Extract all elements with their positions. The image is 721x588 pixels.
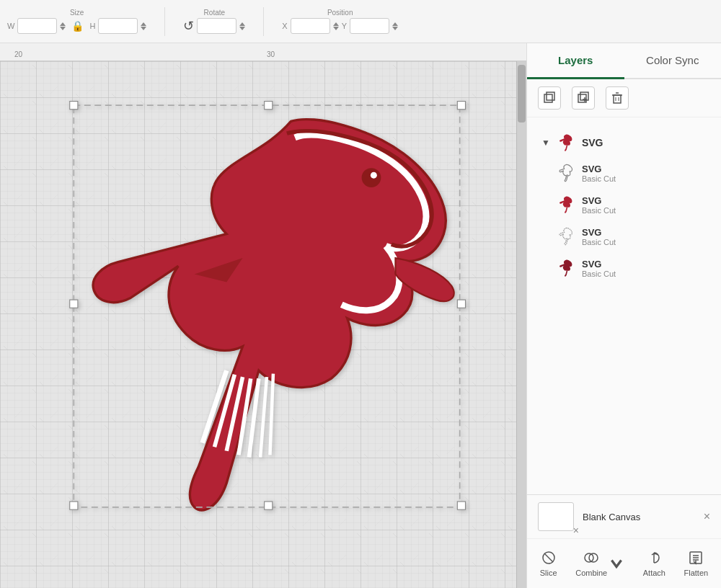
- svg-line-5: [260, 377, 267, 458]
- canvas-work[interactable]: [0, 61, 516, 588]
- layer-item-sub-3: Basic Cut: [582, 238, 616, 246]
- canvas-area[interactable]: 20 30: [0, 43, 526, 588]
- x-input[interactable]: [291, 18, 330, 34]
- layer-item-name-3: SVG: [582, 227, 616, 238]
- main-toolbar: Size W 🔒 H Rotate ↺: [0, 0, 721, 43]
- layer-item[interactable]: SVG Basic Cut: [552, 157, 710, 189]
- svg-rect-12: [457, 102, 465, 110]
- attach-button[interactable]: Attach: [637, 546, 671, 581]
- add-layer-button[interactable]: [572, 86, 595, 110]
- layer-thumb-4: [556, 258, 576, 278]
- rotate-group: Rotate ↺: [183, 9, 245, 34]
- layer-item-info-4: SVG Basic Cut: [582, 259, 616, 278]
- divider-2: [263, 7, 264, 36]
- layer-item-sub-2: Basic Cut: [582, 206, 616, 215]
- group-name: SVG: [582, 137, 603, 148]
- slice-label: Slice: [540, 569, 557, 577]
- height-stepper[interactable]: [141, 22, 146, 30]
- svg-point-7: [362, 168, 381, 187]
- size-group: Size W 🔒 H: [7, 9, 146, 34]
- y-stepper[interactable]: [392, 22, 398, 30]
- duplicate-icon: [543, 92, 556, 104]
- delete-icon: [611, 92, 624, 104]
- add-icon: [577, 92, 590, 104]
- scroll-thumb[interactable]: [518, 65, 526, 122]
- y-label: Y: [342, 22, 347, 30]
- layer-thumb-2: [556, 195, 576, 215]
- layer-item-name-2: SVG: [582, 195, 616, 206]
- blank-canvas-row: Blank Canvas ×: [527, 495, 721, 539]
- layer-item-info-3: SVG Basic Cut: [582, 227, 616, 246]
- x-stepper[interactable]: [333, 22, 339, 30]
- width-input[interactable]: [17, 18, 57, 34]
- attach-icon: [646, 550, 662, 566]
- size-label: Size: [70, 9, 84, 17]
- x-label: X: [282, 22, 287, 30]
- falcon-svg: [58, 97, 476, 515]
- flatten-button[interactable]: Flatten: [678, 546, 715, 581]
- combine-dropdown-arrow: [609, 556, 624, 571]
- slice-icon: [541, 550, 557, 566]
- flatten-icon: [688, 550, 704, 566]
- height-input[interactable]: [98, 18, 138, 34]
- flatten-label: Flatten: [684, 569, 709, 577]
- combine-button[interactable]: Combine: [570, 546, 630, 581]
- rotate-icon[interactable]: ↺: [183, 18, 194, 34]
- layer-item-name-4: SVG: [582, 259, 616, 270]
- svg-rect-10: [70, 102, 78, 110]
- falcon-logo-container[interactable]: [58, 97, 476, 515]
- position-label: Position: [327, 9, 353, 17]
- svg-line-6: [270, 374, 273, 455]
- layer-items: SVG Basic Cut SVG Basic C: [552, 157, 710, 284]
- chevron-down-icon: ▼: [541, 138, 550, 148]
- rotate-stepper[interactable]: [239, 22, 245, 30]
- layer-group-svg: ▼ SVG: [527, 125, 721, 288]
- layer-item-sub-4: Basic Cut: [582, 270, 616, 278]
- ruler-mark-30: 30: [267, 50, 275, 58]
- slice-button[interactable]: Slice: [534, 546, 563, 581]
- layers-list: ▼ SVG: [527, 117, 721, 494]
- layer-group-header[interactable]: ▼ SVG: [538, 128, 710, 157]
- panel-tabs: Layers Color Sync: [527, 43, 721, 79]
- tab-layers[interactable]: Layers: [527, 43, 624, 79]
- bottom-panel: Blank Canvas × Slice: [527, 494, 721, 588]
- combine-label: Combine: [575, 569, 607, 577]
- right-panel: Layers Color Sync: [526, 43, 721, 588]
- group-thumbnail: [556, 133, 576, 153]
- svg-rect-17: [457, 502, 465, 509]
- rotate-input[interactable]: [197, 18, 236, 34]
- layer-item-info-1: SVG Basic Cut: [582, 164, 616, 183]
- vertical-scrollbar[interactable]: [516, 61, 526, 588]
- w-label: W: [7, 22, 14, 30]
- h-label: H: [89, 22, 95, 30]
- rotate-label: Rotate: [204, 9, 225, 17]
- group-thumb-svg: [557, 133, 575, 152]
- panel-toolbar: [527, 79, 721, 117]
- delete-layer-button[interactable]: [606, 86, 629, 110]
- layer-thumb-1: [556, 163, 576, 183]
- svg-rect-16: [265, 502, 273, 509]
- duplicate-button[interactable]: [538, 86, 561, 110]
- svg-point-8: [371, 172, 377, 179]
- layer-item[interactable]: SVG Basic Cut: [552, 220, 710, 252]
- svg-rect-13: [70, 300, 78, 308]
- layer-item-sub-1: Basic Cut: [582, 174, 616, 183]
- y-input[interactable]: [350, 18, 389, 34]
- width-stepper[interactable]: [60, 22, 66, 30]
- close-blank-canvas-icon[interactable]: ×: [704, 510, 710, 523]
- bottom-actions: Slice Combine: [527, 539, 721, 588]
- combine-icon: [583, 550, 599, 566]
- layer-item[interactable]: SVG Basic Cut: [552, 189, 710, 220]
- layer-thumb-3: [556, 226, 576, 246]
- svg-line-30: [544, 553, 553, 562]
- svg-rect-14: [457, 300, 465, 308]
- layer-item-info-2: SVG Basic Cut: [582, 195, 616, 215]
- svg-rect-11: [265, 102, 273, 110]
- tab-color-sync[interactable]: Color Sync: [624, 43, 722, 79]
- ruler-mark-20: 20: [14, 50, 22, 58]
- blank-canvas-label: Blank Canvas: [583, 512, 640, 522]
- layer-item[interactable]: SVG Basic Cut: [552, 252, 710, 284]
- main-area: 20 30: [0, 43, 721, 588]
- attach-label: Attach: [643, 569, 665, 577]
- blank-canvas-thumbnail: [538, 502, 574, 531]
